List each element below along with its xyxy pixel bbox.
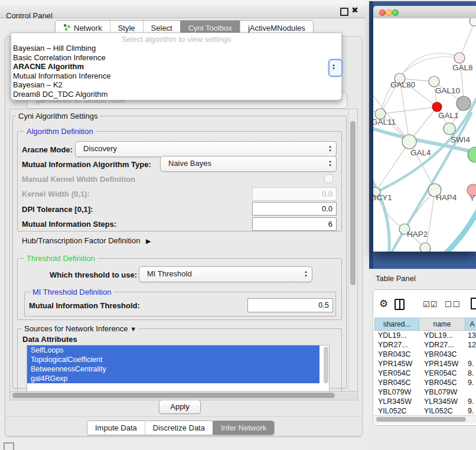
mi-type-label: Mutual Information Algorithm Type:	[22, 160, 151, 169]
hub-definition-label: Hub/Transcription Factor Definition	[22, 236, 140, 245]
mi-type-select[interactable]: Naive Bayes ▲▼	[160, 156, 337, 172]
node-gal1[interactable]	[444, 123, 455, 135]
tab-infer-network-label: Infer Network	[221, 423, 266, 432]
float-icon[interactable]	[340, 8, 348, 16]
table-row[interactable]: YIL052CYIL052C9.	[374, 406, 476, 415]
gear-icon[interactable]: ⚙	[379, 298, 388, 310]
network-window-titlebar[interactable]	[373, 6, 476, 19]
horizontal-scrollbar-thumb[interactable]	[12, 393, 335, 398]
node-label-gal10: GAL10	[435, 86, 460, 95]
tab-infer-network[interactable]: Infer Network	[213, 421, 274, 435]
node-red[interactable]	[432, 102, 442, 112]
hub-definition-toggle[interactable]: Hub/Transcription Factor Definition ▶	[22, 236, 151, 245]
network-tab-icon	[63, 24, 74, 33]
column-header-a[interactable]: A	[465, 318, 476, 331]
table-row[interactable]: YDL19...YDL19...13	[374, 331, 476, 340]
focused-combo-fragment[interactable]: ▲▼	[328, 59, 343, 77]
kernel-width-field[interactable]: 0.0	[252, 187, 337, 201]
bottom-tab-bar: Impute DataDiscretize DataInfer Network	[87, 420, 275, 435]
network-canvas[interactable]: GAL8GAL80GAL10GAL1GAL11SWI4GAL4GCY1HAP4Y…	[373, 18, 476, 252]
table-row[interactable]: YDR27...YDR27...12	[374, 340, 476, 350]
table-cell: YPR145W	[374, 360, 419, 368]
table-hscroll-thumb[interactable]	[376, 417, 466, 422]
dropdown-placeholder: Select algorithm to view settings	[11, 35, 341, 44]
minimize-traffic-light-icon[interactable]	[386, 9, 392, 16]
aracne-mode-select[interactable]: Discovery ▲▼	[75, 141, 337, 157]
close-traffic-light-icon[interactable]	[379, 9, 386, 16]
dropdown-item-basic-correlation-inference[interactable]: Basic Correlation Inference	[11, 53, 341, 63]
table-row[interactable]: YBL079WYBL079W	[374, 387, 476, 397]
column-header-shared-[interactable]: shared...	[374, 318, 419, 331]
table-panel-title: Table Panel	[376, 274, 416, 283]
apply-button[interactable]: Apply	[159, 400, 201, 414]
table-body: YDL19...YDL19...13YDR27...YDR27...12YBR0…	[374, 331, 476, 415]
node-gal4[interactable]	[402, 135, 416, 149]
manual-kernel-label: Manual Kernel Width Definition	[22, 175, 135, 184]
table-row[interactable]: YLR345WYLR345W9.	[374, 397, 476, 406]
table-row[interactable]: YPR145WYPR145W9.	[374, 359, 476, 369]
table-cell: 9.	[465, 360, 476, 368]
tab-jactivemnodules-label: jActiveMNodules	[248, 24, 305, 32]
node-label-gal80: GAL80	[390, 80, 415, 89]
table-row[interactable]: YER054CYER054C8.	[374, 369, 476, 378]
attribute-item-topologicalcoefficient[interactable]: TopologicalCoefficient	[27, 355, 319, 364]
attribute-item-gal4rgexp[interactable]: gal4RGexp	[27, 374, 319, 383]
hide-columns-icon[interactable]: ☐☐	[445, 300, 461, 309]
tab-discretize-data[interactable]: Discretize Data	[145, 421, 213, 435]
list-scrollbar-thumb[interactable]	[324, 347, 328, 383]
sources-title-toggle[interactable]: Sources for Network Inference ▼	[22, 324, 139, 333]
algorithm-dropdown[interactable]: Select algorithm to view settings Bayesi…	[11, 32, 342, 100]
split-view-icon[interactable]	[395, 299, 405, 310]
tab-cyni-toolbox-label: Cyni Toolbox	[188, 24, 232, 32]
node[interactable]	[470, 18, 476, 26]
sources-title: Sources for Network Inference	[24, 324, 128, 333]
node-label-gcy1: GCY1	[373, 193, 392, 202]
attribute-item-betweennesscentrality[interactable]: BetweennessCentrality	[27, 364, 319, 374]
table-row[interactable]: YBR045CYBR045C9.	[374, 378, 476, 387]
table-cell: YLR345W	[374, 397, 419, 406]
table-horizontal-scrollbar[interactable]	[374, 415, 476, 423]
network-edge	[380, 107, 437, 114]
network-edge	[442, 206, 476, 252]
close-icon[interactable]: ✖	[351, 5, 358, 15]
vertical-scrollbar-thumb[interactable]	[350, 121, 356, 285]
horizontal-scrollbar[interactable]	[9, 391, 358, 400]
zoom-traffic-light-icon[interactable]	[392, 9, 399, 16]
dropdown-item-bayesian-hill-climbing[interactable]: Bayesian – Hill Climbing	[11, 44, 341, 53]
document-icon[interactable]	[471, 298, 476, 309]
node-gal8[interactable]	[454, 53, 465, 63]
mi-steps-field[interactable]: 6	[252, 217, 337, 231]
vertical-scrollbar[interactable]	[348, 109, 357, 390]
tab-impute-data[interactable]: Impute Data	[87, 421, 145, 435]
table-cell: YBR043C	[419, 350, 465, 358]
node-gal10[interactable]	[429, 76, 439, 87]
dpi-tolerance-field[interactable]: 0.0	[252, 202, 337, 216]
table-cell: YDR27...	[374, 341, 419, 349]
aracne-mode-label: Aracne Mode:	[22, 145, 73, 154]
attribute-item-selfloops[interactable]: SelfLoops	[27, 345, 319, 355]
manual-kernel-checkbox[interactable]	[324, 174, 333, 183]
dropdown-item-bayesian-k2[interactable]: Bayesian – K2	[11, 80, 341, 90]
which-threshold-select[interactable]: MI Threshold ▲▼	[139, 266, 312, 282]
minimized-panel-icon[interactable]	[4, 442, 14, 450]
data-attributes-list[interactable]: SelfLoopsTopologicalCoefficientBetweenne…	[27, 345, 330, 392]
table-row[interactable]: YBR043CYBR043C	[374, 350, 476, 359]
panel-divider	[5, 416, 361, 417]
cyni-settings-title: Cyni Algorithm Settings	[16, 112, 100, 120]
dropdown-item-mutual-information-inference[interactable]: Mutual Information Inference	[11, 71, 341, 81]
dropdown-item-dream8-dc-tdc-algorithm[interactable]: Dream8 DC_TDC Algorithm	[11, 90, 341, 99]
control-panel-titlebar: Control Panel	[0, 5, 365, 18]
table-cell: 13	[465, 331, 476, 340]
tab-discretize-data-label: Discretize Data	[153, 423, 205, 432]
table-header: shared...nameA	[374, 318, 476, 331]
table-cell: YPR145W	[419, 360, 465, 368]
node-gray[interactable]	[457, 96, 471, 110]
dropdown-item-aracne-algorithm[interactable]: ARACNE Algorithm	[11, 62, 341, 71]
network-edge	[459, 21, 474, 58]
table-cell: YLR345W	[419, 397, 465, 406]
show-columns-icon[interactable]: ☑☑	[423, 300, 438, 309]
network-edge	[425, 190, 435, 248]
node[interactable]	[420, 243, 431, 252]
column-header-name[interactable]: name	[419, 318, 465, 331]
mi-threshold-field[interactable]: 0.5	[247, 298, 333, 312]
